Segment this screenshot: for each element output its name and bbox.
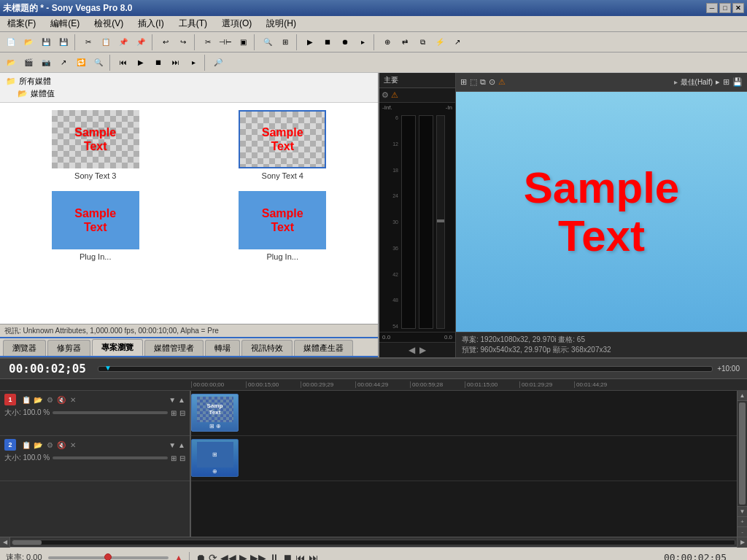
media-item-3[interactable]: SampleText Plug In... xyxy=(7,191,184,261)
tb-new[interactable]: 📄 xyxy=(3,34,19,50)
tb-undo[interactable]: ↩ xyxy=(158,34,174,50)
hscroll-thumb[interactable] xyxy=(12,540,42,545)
track-2-icon-folder[interactable]: 📂 xyxy=(33,441,43,449)
scroll-up-arrow[interactable]: ▲ xyxy=(738,391,747,401)
tb2-next[interactable]: ⏭ xyxy=(168,55,184,71)
timeline-scroll-track[interactable]: ▼ xyxy=(98,366,713,372)
scroll-left-icon[interactable]: ◀ xyxy=(409,345,415,355)
track-1-size-btn1[interactable]: ⊞ xyxy=(171,409,177,417)
tb-fx2[interactable]: ⚡ xyxy=(432,34,448,50)
tb2-media[interactable]: 🎬 xyxy=(20,55,36,71)
tab-trimmer[interactable]: 修剪器 xyxy=(47,340,90,356)
close-button[interactable]: ✕ xyxy=(732,3,744,13)
tb-rec[interactable]: ⏺ xyxy=(337,34,353,50)
track-1-icon-gear[interactable]: ⚙ xyxy=(44,396,55,404)
menu-edit[interactable]: 編輯(E) xyxy=(46,16,84,31)
tree-media-bin[interactable]: 📂 媒體值 xyxy=(6,88,372,99)
hscroll-right[interactable]: ▶ xyxy=(737,537,747,548)
tb2-zoom[interactable]: 🔎 xyxy=(210,55,226,71)
track-1-arrow-up[interactable]: ▲ xyxy=(178,396,185,404)
tb2-capture[interactable]: 📷 xyxy=(38,55,54,71)
tb-play[interactable]: ▶ xyxy=(302,34,318,50)
media-thumb-1[interactable]: SampleText xyxy=(52,110,139,168)
tb-save[interactable]: 💾 xyxy=(38,34,54,50)
tb2-open[interactable]: 📂 xyxy=(3,55,19,71)
prev-tb-btn2[interactable]: ⬚ xyxy=(470,77,477,87)
media-item-1[interactable]: SampleText Sony Text 3 xyxy=(7,110,184,180)
prev-tb-btn5[interactable]: ⚠ xyxy=(498,77,506,87)
tab-mediagen[interactable]: 媒體產生器 xyxy=(294,340,353,356)
transport-prev[interactable]: ◀◀ xyxy=(220,552,236,561)
tab-browser[interactable]: 瀏覽器 xyxy=(3,340,46,356)
scroll-right-icon[interactable]: ▶ xyxy=(419,345,426,355)
media-item-4[interactable]: SampleText Plug In... xyxy=(195,191,371,261)
tb2-play[interactable]: ▶ xyxy=(133,55,149,71)
prev-tb-btn7[interactable]: 💾 xyxy=(732,77,743,87)
track-1-arrow-down[interactable]: ▼ xyxy=(169,396,176,404)
hscroll-track[interactable] xyxy=(12,540,735,545)
menu-options[interactable]: 選項(O) xyxy=(217,16,256,31)
track-1-size-btn2[interactable]: ⊟ xyxy=(179,409,185,417)
track-2-size-btn2[interactable]: ⊟ xyxy=(179,454,185,462)
media-thumb-2[interactable]: SampleText xyxy=(239,110,326,168)
media-thumb-3[interactable]: SampleText xyxy=(52,191,139,249)
tb-fx[interactable]: ⧉ xyxy=(414,34,430,50)
tb-grid[interactable]: ⊞ xyxy=(277,34,293,50)
track-1-icon-mute[interactable]: 🔇 xyxy=(56,396,66,404)
tb2-prev[interactable]: ⏮ xyxy=(115,55,131,71)
tab-videofx[interactable]: 視訊特效 xyxy=(241,340,293,356)
transport-pause[interactable]: ⏸ xyxy=(269,552,279,561)
tree-all-media[interactable]: 📁 所有媒體 xyxy=(6,76,372,87)
tb-save2[interactable]: 💾 xyxy=(55,34,71,50)
media-item-2[interactable]: SampleText Sony Text 4 xyxy=(195,110,371,180)
track-2-size-btn1[interactable]: ⊞ xyxy=(171,454,177,462)
prev-tb-btn1[interactable]: ⊞ xyxy=(460,77,467,87)
track-2-arrow-down[interactable]: ▼ xyxy=(169,441,176,449)
minimize-button[interactable]: ─ xyxy=(706,3,718,13)
track-2-icon-clip[interactable]: 📋 xyxy=(21,441,31,449)
maximize-button[interactable]: □ xyxy=(719,3,731,13)
tb-more[interactable]: ▸ xyxy=(355,34,371,50)
track-2-clip[interactable]: ⊞ ⊕ xyxy=(191,439,239,477)
timeline-scrollbar-v[interactable]: ▲ ▼ + - xyxy=(737,391,747,537)
scroll-down-arrow[interactable]: ▼ xyxy=(738,506,747,516)
prev-tb-btn4[interactable]: ⊙ xyxy=(489,77,495,87)
transport-record[interactable]: ⏺ xyxy=(196,552,206,561)
prev-tb-btn3[interactable]: ⧉ xyxy=(480,77,486,87)
menu-tools[interactable]: 工具(T) xyxy=(174,16,212,31)
tb-redo[interactable]: ↪ xyxy=(175,34,191,50)
track-2-icon-gear[interactable]: ⚙ xyxy=(44,441,55,449)
audio-ctrl-warn[interactable]: ⚠ xyxy=(391,90,398,100)
tab-mediamgr[interactable]: 媒體管理者 xyxy=(144,340,204,356)
transport-stop[interactable]: ⏹ xyxy=(282,552,293,561)
scroll-plus[interactable]: + xyxy=(738,516,747,526)
tb-stop[interactable]: ⏹ xyxy=(320,34,336,50)
menu-file[interactable]: 檔案(F) xyxy=(3,16,40,31)
tab-project[interactable]: 專案瀏覽 xyxy=(92,339,143,356)
transport-last[interactable]: ⏭ xyxy=(309,552,319,561)
tb-render[interactable]: ↗ xyxy=(449,34,465,50)
menu-view[interactable]: 檢視(V) xyxy=(90,16,128,31)
tb2-select[interactable]: ↗ xyxy=(55,55,71,71)
track-1-slider[interactable] xyxy=(53,411,168,414)
tb2-stop[interactable]: ⏹ xyxy=(150,55,166,71)
prev-tb-hash[interactable]: ▸ xyxy=(716,77,720,87)
track-2-icon-mute[interactable]: 🔇 xyxy=(56,441,66,449)
track-1-icon-folder[interactable]: 📂 xyxy=(33,396,43,404)
tb-split[interactable]: ✂ xyxy=(200,34,216,50)
tb2-loop[interactable]: 🔁 xyxy=(73,55,89,71)
tb-trim[interactable]: ⊣⊢ xyxy=(217,34,233,50)
scroll-thumb-v[interactable] xyxy=(739,402,746,505)
hscroll-left[interactable]: ◀ xyxy=(0,537,10,548)
tb-zoom[interactable]: 🔍 xyxy=(260,34,276,50)
menu-help[interactable]: 說明(H) xyxy=(262,16,301,31)
tb-sync[interactable]: ⇄ xyxy=(397,34,413,50)
audio-ctrl-gear[interactable]: ⚙ xyxy=(382,90,389,100)
tb-paste[interactable]: 📌 xyxy=(115,34,131,50)
rate-thumb[interactable] xyxy=(104,553,112,561)
transport-first[interactable]: ⏮ xyxy=(295,552,306,561)
media-thumb-4[interactable]: SampleText xyxy=(239,191,326,249)
prev-tb-btn6[interactable]: ⊞ xyxy=(723,77,729,87)
tb-cut[interactable]: ✂ xyxy=(80,34,96,50)
preview-quality[interactable]: 最佳(Half) xyxy=(681,77,713,88)
